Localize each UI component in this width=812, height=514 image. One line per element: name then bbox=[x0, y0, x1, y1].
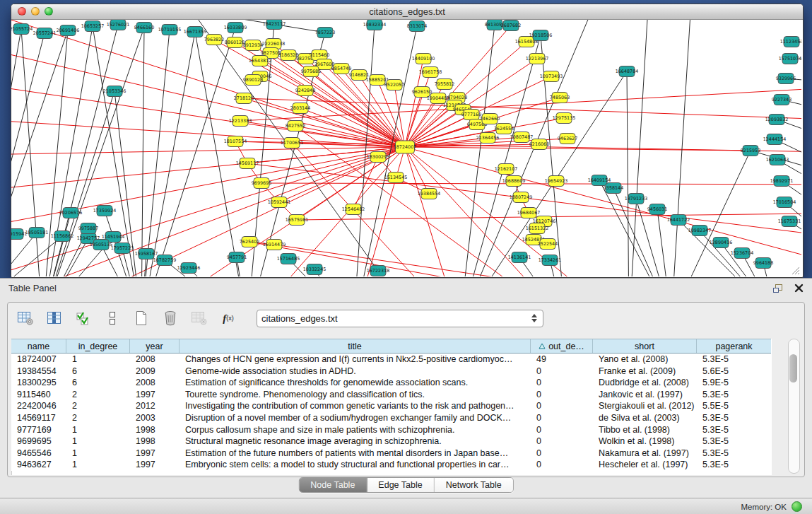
graph-node[interactable]: 7955812 bbox=[435, 79, 454, 90]
graph-node[interactable]: 9975887 bbox=[78, 223, 98, 234]
tab-network-table[interactable]: Network Table bbox=[435, 478, 513, 492]
function-builder-icon[interactable]: f(x) bbox=[219, 309, 237, 327]
table-vertical-scrollbar[interactable] bbox=[788, 339, 800, 474]
graph-node[interactable]: 7625402 bbox=[240, 237, 259, 247]
graph-node[interactable]: 16648784 bbox=[616, 66, 639, 77]
graph-node[interactable]: 2718126 bbox=[234, 93, 254, 104]
create-table-icon[interactable] bbox=[132, 309, 151, 327]
resize-grip-icon[interactable] bbox=[790, 265, 800, 275]
network-canvas-svg[interactable]: 1872400779638228860128891293422226038982… bbox=[11, 20, 801, 276]
graph-node[interactable]: 12213967 bbox=[526, 54, 549, 64]
delete-table-icon[interactable] bbox=[161, 309, 180, 327]
graph-node[interactable]: 20557241 bbox=[33, 28, 57, 39]
table-row[interactable]: 1830029562008Estimation of significance … bbox=[11, 377, 771, 389]
zoom-button[interactable] bbox=[45, 7, 53, 16]
graph-node[interactable]: 21364456 bbox=[476, 133, 500, 144]
citation-edge-red[interactable] bbox=[11, 147, 405, 241]
graph-node[interactable]: 8912934 bbox=[243, 40, 263, 51]
import-table-icon[interactable] bbox=[190, 309, 208, 327]
citation-edge-black[interactable] bbox=[21, 29, 42, 276]
graph-node[interactable]: 17016504 bbox=[773, 197, 796, 208]
graph-node[interactable]: 9329966 bbox=[776, 74, 796, 84]
column-header-in-degree[interactable]: in_degree bbox=[66, 339, 130, 353]
graph-node[interactable]: 8427552 bbox=[286, 121, 305, 132]
column-header-out-degree[interactable]: out_de… bbox=[531, 339, 593, 353]
table-row[interactable]: 911546021997Tourette syndrome. Phenomeno… bbox=[11, 389, 771, 401]
minimize-button[interactable] bbox=[31, 7, 40, 16]
graph-node[interactable]: 8860128 bbox=[225, 37, 245, 48]
table-row[interactable]: 1872400712008Changes of HCN gene express… bbox=[11, 354, 771, 366]
graph-node[interactable]: 7485063 bbox=[550, 93, 570, 103]
graph-node[interactable]: 11123451 bbox=[780, 37, 801, 47]
graph-node[interactable]: 10653257 bbox=[81, 21, 105, 32]
graph-node[interactable]: 12923446 bbox=[177, 263, 201, 274]
citation-edge-red[interactable] bbox=[235, 141, 801, 153]
graph-node[interactable]: 20691406 bbox=[57, 25, 80, 36]
tab-node-table[interactable]: Node Table bbox=[299, 478, 367, 492]
graph-node[interactable]: 18807249 bbox=[510, 192, 533, 203]
citation-edge-black[interactable] bbox=[671, 20, 693, 276]
citation-edge-black[interactable] bbox=[11, 33, 45, 276]
graph-node[interactable]: 16575981 bbox=[286, 215, 309, 226]
table-row[interactable]: 946362711997Embryonic stem cells: a mode… bbox=[11, 459, 771, 471]
close-icon[interactable] bbox=[794, 284, 804, 293]
graph-node[interactable]: 9358144 bbox=[604, 183, 623, 194]
graph-node[interactable]: 12975135 bbox=[553, 113, 576, 124]
graph-node[interactable]: 11675331 bbox=[778, 216, 801, 227]
graph-node[interactable]: 18107554 bbox=[224, 136, 247, 147]
network-window-titlebar[interactable]: citations_edges.txt bbox=[11, 4, 803, 20]
table-row[interactable]: 977716911998Corpus callosum shape and si… bbox=[11, 424, 771, 436]
graph-node[interactable]: 9699695 bbox=[252, 178, 271, 189]
graph-node[interactable]: 16671355 bbox=[184, 27, 207, 37]
graph-node[interactable]: 17359924 bbox=[93, 206, 117, 216]
column-header-name[interactable]: name bbox=[11, 339, 66, 353]
column-stack-icon[interactable] bbox=[103, 309, 122, 327]
graph-node[interactable]: 7963822 bbox=[204, 35, 224, 45]
graph-node[interactable]: 2687682 bbox=[501, 21, 521, 31]
citation-edge-red[interactable] bbox=[260, 61, 405, 147]
graph-node[interactable]: 21055724 bbox=[11, 24, 33, 35]
network-canvas[interactable]: 1872400779638228860128891293422226038982… bbox=[11, 20, 801, 276]
scrollbar-thumb[interactable] bbox=[789, 354, 797, 382]
graph-node[interactable]: 15716485 bbox=[277, 254, 300, 264]
graph-node[interactable]: 16961758 bbox=[419, 67, 442, 78]
citation-edge-black[interactable] bbox=[627, 71, 629, 276]
graph-node[interactable]: 10832334 bbox=[363, 20, 387, 30]
graph-node-hub[interactable]: 18724007 bbox=[394, 141, 417, 153]
graph-node[interactable]: 8522057 bbox=[384, 80, 404, 90]
float-window-icon[interactable] bbox=[772, 284, 783, 293]
column-header-pagerank[interactable]: pagerank bbox=[697, 339, 771, 353]
graph-node[interactable]: 16914479 bbox=[263, 240, 286, 250]
citation-edge-black[interactable] bbox=[141, 28, 235, 276]
show-columns-icon[interactable] bbox=[45, 309, 64, 327]
graph-node[interactable]: 15236704 bbox=[731, 248, 754, 259]
citation-edge-red[interactable] bbox=[305, 90, 405, 147]
graph-node[interactable]: 12093832 bbox=[765, 115, 789, 125]
graph-node[interactable]: 14569117 bbox=[236, 158, 259, 169]
graph-node[interactable]: 21053346 bbox=[103, 86, 126, 97]
graph-node[interactable]: 15276021 bbox=[107, 20, 130, 30]
tab-edge-table[interactable]: Edge Table bbox=[367, 478, 434, 492]
graph-node[interactable]: 9457791 bbox=[227, 252, 247, 263]
graph-node[interactable]: 9890123 bbox=[243, 75, 263, 86]
graph-node[interactable]: 19892971 bbox=[770, 176, 794, 187]
graph-node[interactable]: 7462660 bbox=[480, 114, 500, 124]
table-mode-icon[interactable] bbox=[16, 309, 35, 327]
graph-node[interactable]: 14136141 bbox=[508, 252, 531, 263]
graph-node[interactable]: 2522544 bbox=[538, 239, 558, 250]
graph-node[interactable]: 14409100 bbox=[412, 54, 435, 64]
table-selector-dropdown[interactable]: citations_edges.txt bbox=[257, 310, 543, 327]
graph-node[interactable]: 9227343 bbox=[772, 95, 792, 105]
graph-node[interactable]: 18423117 bbox=[263, 20, 286, 30]
graph-node[interactable]: 9242848 bbox=[295, 86, 315, 96]
graph-node[interactable]: 15751074 bbox=[779, 54, 801, 64]
citation-edge-red[interactable] bbox=[261, 183, 801, 185]
graph-node[interactable]: 12213383 bbox=[229, 116, 252, 127]
table-row[interactable]: 1938455462009Genome-wide association stu… bbox=[11, 366, 771, 378]
graph-node[interactable]: 9456031 bbox=[647, 204, 667, 215]
graph-node[interactable]: 17957223 bbox=[111, 243, 134, 254]
column-header-year[interactable]: year bbox=[130, 339, 180, 353]
select-all-columns-icon[interactable] bbox=[74, 309, 93, 327]
graph-node[interactable]: 3624554 bbox=[494, 124, 514, 134]
citation-edge-red[interactable] bbox=[11, 114, 405, 147]
